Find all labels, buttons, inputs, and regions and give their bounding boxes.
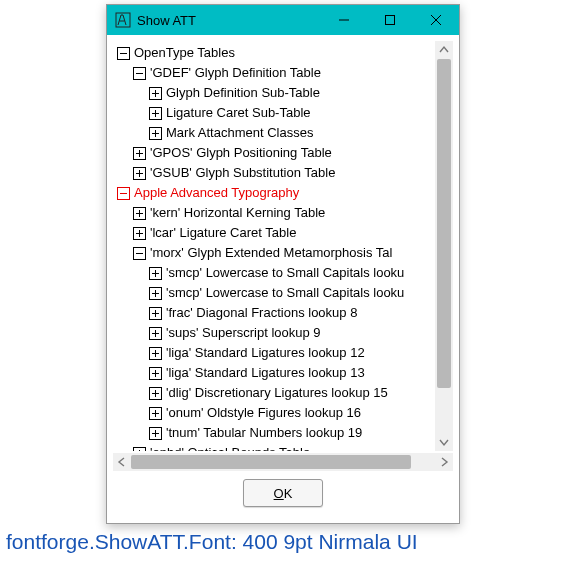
tree-row[interactable]: Glyph Definition Sub-Table [117, 83, 435, 103]
expand-icon[interactable] [149, 427, 162, 440]
hscroll-track[interactable] [131, 455, 435, 469]
tree-label[interactable]: Glyph Definition Sub-Table [166, 83, 320, 103]
window-title: Show ATT [137, 13, 196, 28]
titlebar[interactable]: Show ATT [107, 5, 459, 35]
tree-view[interactable]: OpenType Tables'GDEF' Glyph Definition T… [113, 41, 435, 451]
expand-icon[interactable] [149, 387, 162, 400]
collapse-icon[interactable] [133, 247, 146, 260]
tree-row[interactable]: 'GPOS' Glyph Positioning Table [117, 143, 435, 163]
client-area: OpenType Tables'GDEF' Glyph Definition T… [107, 35, 459, 523]
tree-label[interactable]: 'liga' Standard Ligatures lookup 13 [166, 363, 365, 383]
button-row: OK [113, 471, 453, 517]
expand-icon[interactable] [133, 207, 146, 220]
tree-label[interactable]: 'onum' Oldstyle Figures lookup 16 [166, 403, 361, 423]
expand-icon[interactable] [149, 287, 162, 300]
expand-icon[interactable] [149, 87, 162, 100]
tree-row[interactable]: 'liga' Standard Ligatures lookup 13 [117, 363, 435, 383]
tree-row[interactable]: 'liga' Standard Ligatures lookup 12 [117, 343, 435, 363]
tree-row[interactable]: 'GDEF' Glyph Definition Table [117, 63, 435, 83]
tree-row[interactable]: 'morx' Glyph Extended Metamorphosis Tal [117, 243, 435, 263]
tree-label[interactable]: 'liga' Standard Ligatures lookup 12 [166, 343, 365, 363]
tree-label[interactable]: OpenType Tables [134, 43, 235, 63]
tree-label[interactable]: 'smcp' Lowercase to Small Capitals looku [166, 263, 404, 283]
expand-icon[interactable] [149, 107, 162, 120]
scroll-down-icon[interactable] [435, 433, 453, 451]
tree-row[interactable]: 'onum' Oldstyle Figures lookup 16 [117, 403, 435, 423]
tree-row[interactable]: 'frac' Diagonal Fractions lookup 8 [117, 303, 435, 323]
tree-label[interactable]: 'tnum' Tabular Numbers lookup 19 [166, 423, 362, 443]
expand-icon[interactable] [149, 407, 162, 420]
scroll-up-icon[interactable] [435, 41, 453, 59]
collapse-icon[interactable] [117, 47, 130, 60]
tree-row[interactable]: Apple Advanced Typography [117, 183, 435, 203]
tree-row[interactable]: 'sups' Superscript lookup 9 [117, 323, 435, 343]
hscroll-thumb[interactable] [131, 455, 411, 469]
tree-row[interactable]: 'opbd' Optical Bounds Table [117, 443, 435, 451]
ok-button[interactable]: OK [243, 479, 323, 507]
collapse-icon[interactable] [133, 67, 146, 80]
expand-icon[interactable] [149, 127, 162, 140]
tree-label[interactable]: 'opbd' Optical Bounds Table [150, 443, 310, 451]
tree-label[interactable]: 'dlig' Discretionary Ligatures lookup 15 [166, 383, 388, 403]
expand-icon[interactable] [149, 327, 162, 340]
close-button[interactable] [413, 5, 459, 35]
tree-label[interactable]: 'frac' Diagonal Fractions lookup 8 [166, 303, 357, 323]
tree-label[interactable]: 'kern' Horizontal Kerning Table [150, 203, 325, 223]
tree-row[interactable]: 'smcp' Lowercase to Small Capitals looku [117, 283, 435, 303]
vscroll-track[interactable] [437, 59, 451, 433]
vertical-scrollbar[interactable] [435, 41, 453, 451]
expand-icon[interactable] [149, 347, 162, 360]
expand-icon[interactable] [133, 167, 146, 180]
tree-row[interactable]: 'tnum' Tabular Numbers lookup 19 [117, 423, 435, 443]
tree-label[interactable]: 'sups' Superscript lookup 9 [166, 323, 321, 343]
tree-label[interactable]: 'GDEF' Glyph Definition Table [150, 63, 321, 83]
collapse-icon[interactable] [117, 187, 130, 200]
tree-label[interactable]: 'smcp' Lowercase to Small Capitals looku [166, 283, 404, 303]
tree-row[interactable]: 'smcp' Lowercase to Small Capitals looku [117, 263, 435, 283]
ok-rest: K [284, 486, 293, 501]
tree-label[interactable]: Ligature Caret Sub-Table [166, 103, 311, 123]
window: Show ATT OpenType Tables'GDEF' Glyph Def… [106, 4, 460, 524]
horizontal-scrollbar[interactable] [113, 453, 453, 471]
expand-icon[interactable] [133, 147, 146, 160]
scroll-left-icon[interactable] [113, 453, 131, 471]
app-icon [115, 12, 131, 28]
tree-label[interactable]: Mark Attachment Classes [166, 123, 313, 143]
minimize-button[interactable] [321, 5, 367, 35]
tree-row[interactable]: 'kern' Horizontal Kerning Table [117, 203, 435, 223]
tree-row[interactable]: 'GSUB' Glyph Substitution Table [117, 163, 435, 183]
tree-row[interactable]: 'dlig' Discretionary Ligatures lookup 15 [117, 383, 435, 403]
tree-label[interactable]: Apple Advanced Typography [134, 183, 299, 203]
caption-text: fontforge.ShowATT.Font: 400 9pt Nirmala … [6, 530, 418, 554]
svg-rect-2 [386, 16, 395, 25]
expand-icon[interactable] [133, 227, 146, 240]
tree-label[interactable]: 'lcar' Ligature Caret Table [150, 223, 296, 243]
expand-icon[interactable] [149, 307, 162, 320]
scroll-right-icon[interactable] [435, 453, 453, 471]
maximize-button[interactable] [367, 5, 413, 35]
tree-label[interactable]: 'GSUB' Glyph Substitution Table [150, 163, 335, 183]
expand-icon[interactable] [149, 367, 162, 380]
expand-icon[interactable] [133, 447, 146, 452]
ok-accel: O [274, 486, 284, 501]
vscroll-thumb[interactable] [437, 59, 451, 388]
tree-row[interactable]: OpenType Tables [117, 43, 435, 63]
tree-label[interactable]: 'GPOS' Glyph Positioning Table [150, 143, 332, 163]
tree-row[interactable]: Mark Attachment Classes [117, 123, 435, 143]
tree-label[interactable]: 'morx' Glyph Extended Metamorphosis Tal [150, 243, 392, 263]
tree-container: OpenType Tables'GDEF' Glyph Definition T… [113, 41, 453, 451]
tree-row[interactable]: 'lcar' Ligature Caret Table [117, 223, 435, 243]
expand-icon[interactable] [149, 267, 162, 280]
tree-row[interactable]: Ligature Caret Sub-Table [117, 103, 435, 123]
